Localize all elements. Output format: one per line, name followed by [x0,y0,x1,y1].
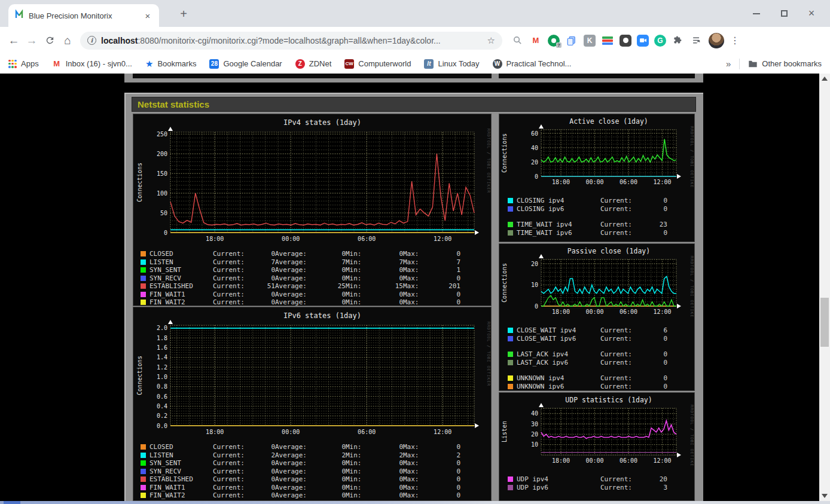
window-controls: × [743,0,825,27]
legend-row: CLOSEDCurrent:0Average:0Min:0Max:0 [141,443,491,451]
svg-text:1.0: 1.0 [157,374,167,380]
legend-stat: Current:0 [600,229,667,237]
legend-label: CLOSING ipv6 [517,205,600,213]
chart-legend: CLOSEDCurrent:0Average:0Min:0Max:0LISTEN… [133,443,491,500]
legend-stat-value: 0 [341,484,346,491]
copy-pages-extension-icon[interactable] [565,34,578,47]
url-bar[interactable]: i localhost:8080/monitorix-cgi/monitorix… [80,32,502,50]
wallet-extension-icon[interactable] [620,35,631,47]
vertical-scrollbar[interactable] [819,74,830,501]
legend-stat: Average:0 [275,459,346,467]
star-icon: ★ [145,59,153,69]
legend-label: CLOSE_WAIT ipv4 [517,326,600,334]
legend-swatch [508,360,513,365]
legend-stat: Current:0 [213,291,275,298]
legend-stat: Current:0 [213,468,275,475]
legend-label: CLOSED [149,443,213,451]
voice-extension-icon[interactable]: ? [548,35,560,47]
maximize-button[interactable] [770,0,798,27]
bookmark-inbox[interactable]: M Inbox (16) - sjvn0... [52,59,132,69]
site-info-icon[interactable]: i [87,36,96,45]
legend-stat: Min:15 [346,282,403,290]
legend-stat-key: Current: [600,335,632,343]
legend-swatch [508,375,513,381]
video-call-extension-icon[interactable] [637,35,649,47]
legend-label: FIN_WAIT1 [149,484,213,491]
bookmarks-overflow-icon[interactable]: » [726,59,731,69]
other-bookmarks-button[interactable]: Other bookmarks [748,59,822,68]
legend-stat-key: Current: [213,459,245,467]
legend-label: UNKNOWN ipv6 [517,383,600,390]
bookmark-computerworld[interactable]: CW Computerworld [344,59,411,69]
close-button[interactable]: × [798,0,825,27]
forward-button[interactable]: → [23,32,41,50]
legend-swatch [508,352,513,357]
home-button[interactable]: ⌂ [59,32,77,50]
url-text[interactable]: localhost:8080/monitorix-cgi/monitorix.c… [101,36,483,45]
url-path: :8080/monitorix-cgi/monitorix.cgi?mode=l… [138,36,440,45]
minimize-button[interactable] [743,0,770,27]
legend-label: LISTEN [149,451,213,459]
svg-text:1.6: 1.6 [157,344,167,351]
k-extension-icon[interactable]: K [584,35,596,47]
legend-label: SYN_RECV [149,468,213,475]
legend-row: SYN_RECVCurrent:0Average:0Min:0Max:0 [141,468,491,476]
legend-stat: Average:0 [275,274,346,282]
svg-text:100: 100 [157,190,167,197]
legend-row: CLOSING ipv4Current:0 [508,197,694,205]
section-title: Netstat statistics [132,97,696,112]
legend-swatch [141,292,146,297]
scrollbar-up-icon[interactable] [822,77,828,81]
legend-stat: Min:0 [346,291,403,298]
legend-stat-key: Average: [275,298,307,306]
legend-row: UDP ipv4Current:20 [508,475,694,484]
legend-stat-value: 0 [341,274,346,282]
rrdtool-watermark: RRDTOOL / TOBI OETIKER [486,322,491,386]
url-host: localhost [101,36,138,45]
legend-stat-key: Current: [600,221,632,228]
legend-swatch [141,453,146,458]
legend-stat: Current:0 [600,359,667,366]
bookmark-star-icon[interactable]: ☆ [487,35,495,46]
bookmark-practical-technology[interactable]: W Practical Technol... [493,59,572,69]
gmail-icon: M [52,59,62,69]
legend-stat-key: Average: [275,451,307,459]
legend-stat: Current:6 [600,326,667,334]
legend-swatch [141,251,146,256]
legend-stat: Max:2 [403,451,460,459]
legend-swatch [141,283,146,289]
grammarly-extension-icon[interactable]: G [654,35,666,47]
extensions-puzzle-icon[interactable] [672,34,685,47]
legend-stat-value: 0 [271,484,275,491]
legend-stat: Max:0 [403,250,460,258]
legend-stat-value: 0 [271,443,275,451]
bookmark-apps[interactable]: Apps [8,59,39,68]
back-button[interactable]: ← [5,32,23,50]
reading-list-icon[interactable] [690,34,703,47]
bookmark-zdnet[interactable]: Z ZDNet [295,59,332,69]
gmail-extension-icon[interactable]: M [529,34,542,47]
bookmark-label: ZDNet [309,59,332,68]
bookmark-google-calendar[interactable]: 28 Google Calendar [209,59,282,69]
browser-menu-icon[interactable]: ⋮ [730,35,740,46]
svg-text:40: 40 [531,145,538,151]
wordpress-icon: W [493,59,502,69]
tab-close-icon[interactable]: × [142,11,153,21]
legend-label: UDP ipv6 [517,484,600,491]
reload-button[interactable] [41,32,59,50]
scrollbar-down-icon[interactable] [822,494,828,498]
profile-avatar[interactable] [709,33,724,48]
legend-swatch [508,198,513,203]
legend-stat-value: 0 [663,335,667,343]
books-extension-icon[interactable] [601,34,614,47]
search-extension-icon[interactable] [511,34,524,47]
svg-text:12:00: 12:00 [653,179,671,185]
bookmark-linux-today[interactable]: lt Linux Today [424,59,479,69]
bookmark-bookmarks[interactable]: ★ Bookmarks [145,59,196,69]
scrollbar-thumb[interactable] [820,298,829,347]
legend-stat-value: 0 [456,468,460,475]
legend-label: ESTABLISHED [149,282,213,290]
svg-text:00:00: 00:00 [282,429,300,435]
new-tab-button[interactable]: + [176,6,191,22]
browser-tab[interactable]: Blue Precision Monitorix × [8,4,159,27]
